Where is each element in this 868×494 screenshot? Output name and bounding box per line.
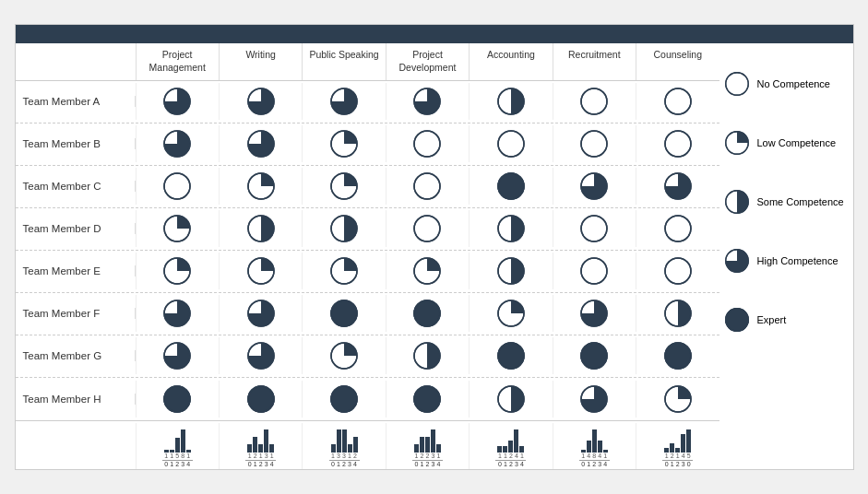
bar-label-0-3: 8 xyxy=(181,453,185,459)
bar-charts: 1158101234121310123413312012341223101234… xyxy=(136,423,719,469)
bar-axis-label-4-3: 3 xyxy=(514,461,518,467)
cell-2-0 xyxy=(136,168,219,205)
cell-4-5 xyxy=(553,253,636,289)
cell-3-6 xyxy=(636,210,719,247)
bar-chart-col-2: 1331201234 xyxy=(302,423,385,469)
bar-3-2 xyxy=(425,437,430,453)
bar-chart-inner-0 xyxy=(162,425,193,453)
cell-2-4 xyxy=(469,168,552,205)
bar-axis-label-4-2: 2 xyxy=(508,461,513,467)
bar-chart-inner-5 xyxy=(579,425,610,453)
bar-1-0 xyxy=(247,444,252,452)
bar-label-1-3: 3 xyxy=(264,453,268,459)
bar-5-3 xyxy=(598,441,602,453)
bar-0-2 xyxy=(175,438,180,453)
table-row: Team Member B xyxy=(16,124,719,166)
cell-2-1 xyxy=(219,168,302,205)
cell-3-0 xyxy=(136,210,219,247)
bar-label-2-2: 3 xyxy=(342,453,347,459)
cell-4-1 xyxy=(219,253,302,289)
bar-axis-label-0-0: 0 xyxy=(164,461,169,467)
cell-1-5 xyxy=(553,125,636,162)
bar-chart-inner-4 xyxy=(495,425,526,453)
bar-axis-3: 01234 xyxy=(412,460,443,467)
cell-2-2 xyxy=(302,168,385,205)
bar-label-4-3: 4 xyxy=(514,453,518,459)
chart-container: Project ManagementWritingPublic Speaking… xyxy=(15,24,854,469)
bar-label-0-2: 5 xyxy=(175,453,180,459)
legend-label-0: No Competence xyxy=(757,78,831,89)
cell-7-3 xyxy=(386,381,469,418)
bar-6-4 xyxy=(686,429,691,453)
legend-item-3: High Competence xyxy=(724,248,853,274)
bar-5-1 xyxy=(587,441,591,453)
cell-5-1 xyxy=(219,295,302,332)
bar-axis-label-4-0: 0 xyxy=(497,461,502,467)
bar-3-3 xyxy=(431,429,435,453)
row-label-0: Team Member A xyxy=(16,96,136,107)
bar-chart-inner-2 xyxy=(329,425,360,453)
cell-2-6 xyxy=(636,168,719,205)
bar-label-0-0: 1 xyxy=(164,453,169,459)
bar-label-2-4: 2 xyxy=(353,453,358,459)
bar-axis-label-2-0: 0 xyxy=(331,461,336,467)
bar-row-spacer xyxy=(16,423,136,469)
table-row: Team Member A xyxy=(16,81,719,124)
row-label-5: Team Member F xyxy=(16,308,136,319)
bar-label-2-0: 1 xyxy=(331,453,336,459)
row-cells-4 xyxy=(136,253,719,289)
bar-label-3-0: 1 xyxy=(414,453,419,459)
bar-2-4 xyxy=(353,437,358,453)
bar-labels-0: 11581 xyxy=(162,453,193,459)
bar-axis-label-0-4: 4 xyxy=(186,461,191,467)
cell-1-4 xyxy=(469,125,552,162)
cell-4-0 xyxy=(136,253,219,289)
cell-0-1 xyxy=(219,83,302,120)
legend-item-1: Low Competence xyxy=(724,130,853,156)
bar-label-1-4: 1 xyxy=(269,453,274,459)
col-header-4: Accounting xyxy=(469,43,552,79)
legend-label-4: Expert xyxy=(757,314,787,325)
chart-title xyxy=(16,25,853,43)
row-label-header xyxy=(16,43,136,79)
bar-axis-label-3-4: 4 xyxy=(436,461,441,467)
bar-axis-label-6-3: 3 xyxy=(681,461,685,467)
bar-axis-label-1-3: 3 xyxy=(264,461,268,467)
cell-2-3 xyxy=(386,168,469,205)
bar-3-4 xyxy=(436,444,441,452)
bar-2-3 xyxy=(348,444,352,452)
bar-axis-label-1-4: 4 xyxy=(269,461,274,467)
cell-0-5 xyxy=(553,83,636,120)
cell-7-6 xyxy=(636,381,719,418)
bar-axis-1: 01234 xyxy=(245,460,276,467)
bar-6-1 xyxy=(670,443,674,453)
legend-item-2: Some Competence xyxy=(724,189,853,215)
bar-chart-col-1: 1213101234 xyxy=(219,423,302,469)
bar-labels-1: 12131 xyxy=(245,453,276,459)
cell-6-4 xyxy=(469,337,552,374)
bar-chart-inner-1 xyxy=(245,425,276,453)
bar-label-2-3: 1 xyxy=(348,453,352,459)
bar-label-5-3: 4 xyxy=(598,453,602,459)
bar-label-2-1: 3 xyxy=(337,453,341,459)
bar-label-4-2: 2 xyxy=(508,453,513,459)
bar-axis-label-6-2: 2 xyxy=(675,461,680,467)
bar-0-3 xyxy=(181,429,185,453)
row-cells-3 xyxy=(136,210,719,247)
bar-label-5-1: 4 xyxy=(587,453,591,459)
bar-5-2 xyxy=(592,429,597,453)
bar-label-6-0: 1 xyxy=(664,453,669,459)
cell-7-5 xyxy=(553,381,636,418)
legend-label-2: Some Competence xyxy=(757,196,844,207)
row-label-3: Team Member D xyxy=(16,223,136,234)
row-label-2: Team Member C xyxy=(16,181,136,192)
bar-axis-2: 01234 xyxy=(329,460,360,467)
bar-label-0-1: 1 xyxy=(170,453,174,459)
row-cells-5 xyxy=(136,295,719,332)
cell-7-4 xyxy=(469,381,552,418)
bar-axis-5: 01234 xyxy=(579,460,610,467)
table-row: Team Member F xyxy=(16,293,719,335)
cell-7-1 xyxy=(219,381,302,418)
cell-5-5 xyxy=(553,295,636,332)
bar-chart-inner-6 xyxy=(662,425,693,453)
